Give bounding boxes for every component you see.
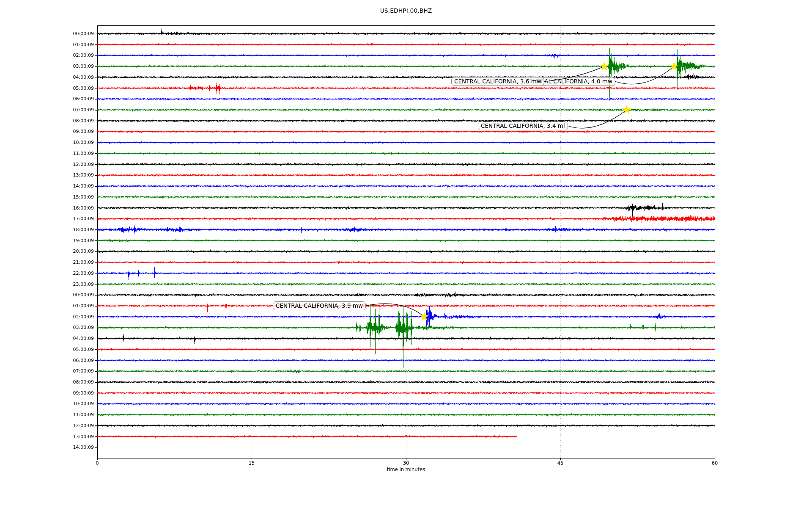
y-tick-label: 07:00:09 bbox=[0, 368, 94, 374]
helicorder-plot-canvas bbox=[0, 0, 812, 508]
y-tick-label: 13:00:09 bbox=[0, 434, 94, 439]
y-tick-label: 00:00:09 bbox=[0, 292, 94, 298]
y-tick-label: 10:00:09 bbox=[0, 140, 94, 145]
y-tick-label: 18:00:09 bbox=[0, 227, 94, 232]
x-tick-label: 15 bbox=[249, 460, 255, 466]
x-tick-label: 45 bbox=[557, 460, 564, 466]
y-tick-label: 08:00:09 bbox=[0, 379, 94, 385]
event-annotation: CENTRAL CALIFORNIA, 3.4 ml bbox=[478, 121, 568, 130]
y-tick-label: 23:00:09 bbox=[0, 282, 94, 287]
y-tick-label: 06:00:09 bbox=[0, 358, 94, 363]
y-tick-label: 01:00:09 bbox=[0, 303, 94, 309]
y-tick-label: 00:00:09 bbox=[0, 31, 94, 36]
y-tick-label: 04:00:09 bbox=[0, 336, 94, 341]
y-tick-label: 11:00:09 bbox=[0, 151, 94, 156]
y-tick-label: 08:00:09 bbox=[0, 118, 94, 124]
y-tick-label: 13:00:09 bbox=[0, 172, 94, 178]
y-tick-label: 22:00:09 bbox=[0, 271, 94, 276]
y-tick-label: 02:00:09 bbox=[0, 52, 94, 58]
page-title: US.EDHPI.00.BHZ bbox=[97, 7, 715, 14]
y-tick-label: 14:00:09 bbox=[0, 444, 94, 450]
y-tick-label: 09:00:09 bbox=[0, 129, 94, 134]
y-tick-label: 09:00:09 bbox=[0, 390, 94, 396]
y-tick-label: 14:00:09 bbox=[0, 183, 94, 189]
y-tick-label: 03:00:09 bbox=[0, 325, 94, 330]
event-annotation: CENTRAL CALIFORNIA, 3.6 mw bbox=[451, 77, 544, 86]
y-tick-label: 21:00:09 bbox=[0, 260, 94, 265]
x-tick-label: 30 bbox=[403, 460, 409, 466]
y-tick-label: 05:00:09 bbox=[0, 347, 94, 352]
x-tick-label: 0 bbox=[96, 460, 99, 466]
y-tick-label: 12:00:09 bbox=[0, 162, 94, 167]
y-tick-label: 02:00:09 bbox=[0, 314, 94, 320]
y-tick-label: 06:00:09 bbox=[0, 96, 94, 102]
x-axis-title: time in minutes bbox=[97, 467, 715, 472]
y-tick-label: 16:00:09 bbox=[0, 205, 94, 211]
y-tick-label: 03:00:09 bbox=[0, 64, 94, 69]
event-annotation: CENTRAL CALIFORNIA, 3.9 mw bbox=[273, 301, 366, 310]
y-tick-label: 01:00:09 bbox=[0, 42, 94, 47]
seismogram-figure: US.EDHPI.00.BHZ 00:00:0901:00:0902:00:09… bbox=[0, 0, 812, 508]
y-tick-label: 10:00:09 bbox=[0, 401, 94, 406]
y-tick-label: 05:00:09 bbox=[0, 86, 94, 91]
y-tick-label: 12:00:09 bbox=[0, 423, 94, 428]
y-tick-label: 11:00:09 bbox=[0, 412, 94, 417]
y-tick-label: 17:00:09 bbox=[0, 216, 94, 221]
y-tick-label: 20:00:09 bbox=[0, 248, 94, 254]
y-tick-label: 19:00:09 bbox=[0, 238, 94, 243]
y-tick-label: 15:00:09 bbox=[0, 194, 94, 200]
y-tick-label: 07:00:09 bbox=[0, 107, 94, 113]
y-tick-label: 04:00:09 bbox=[0, 75, 94, 80]
x-tick-label: 60 bbox=[712, 460, 718, 466]
